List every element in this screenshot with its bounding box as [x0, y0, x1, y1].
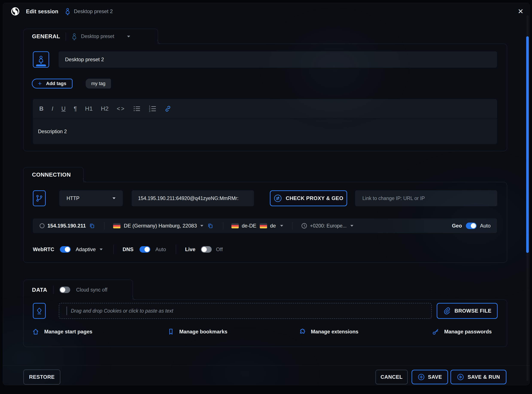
underline-button[interactable]: U [61, 105, 66, 112]
chevron-down-icon[interactable] [100, 249, 103, 250]
cloud-sync-toggle[interactable] [60, 287, 70, 293]
locale-value: de-DE [242, 223, 256, 229]
save-label: SAVE [428, 374, 442, 380]
dns-toggle[interactable] [139, 246, 150, 253]
geo-location-value: DE (Germany) Hamburg, 22083 [124, 223, 197, 229]
geo-toggle[interactable] [466, 223, 477, 229]
geo-label: Geo [452, 223, 462, 229]
connection-tab-label: CONNECTION [32, 171, 71, 178]
toggle-knob [65, 247, 70, 252]
preset-type-dropdown[interactable]: Desktop preset [72, 33, 130, 40]
modal-header: Edit session Desktop preset 2 [11, 5, 113, 18]
browse-file-label: BROWSE FILE [455, 308, 491, 314]
description-text: Description 2 [38, 129, 67, 135]
paragraph-button[interactable]: ¶ [74, 105, 77, 112]
ip-ring-icon [39, 223, 45, 228]
chevron-down-icon [127, 36, 130, 37]
clock-icon [301, 223, 307, 229]
italic-button[interactable]: I [52, 105, 53, 112]
heading1-button[interactable]: H1 [85, 105, 93, 112]
description-area[interactable]: Description 2 [33, 119, 497, 144]
proxy-nodes-icon-button[interactable] [33, 190, 46, 206]
live-toggle[interactable] [201, 246, 212, 253]
plus-icon: + [38, 80, 42, 87]
avatar-button[interactable] [33, 51, 49, 68]
cookies-dropzone[interactable]: Drag and drop Cookies or click to paste … [59, 303, 432, 319]
heading2-button[interactable]: H2 [101, 105, 109, 112]
manage-link-label: Manage start pages [44, 329, 92, 335]
text-cursor-bar [66, 306, 67, 315]
live-mode-value: Off [216, 246, 223, 252]
tab-data[interactable]: DATA Cloud sync off [23, 280, 133, 300]
restore-button[interactable]: RESTORE [23, 369, 60, 384]
tab-general[interactable]: GENERAL Desktop preset [23, 29, 158, 44]
code-button[interactable]: <> [117, 105, 125, 112]
save-run-label: SAVE & RUN [468, 374, 500, 380]
divider [176, 245, 176, 254]
chevron-down-icon[interactable] [200, 225, 203, 227]
session-name: Desktop preset 2 [74, 8, 113, 14]
add-tags-label: Add tags [46, 81, 66, 86]
divider [104, 222, 105, 229]
add-tags-button[interactable]: + Add tags [32, 79, 72, 88]
scrollbar-thumb[interactable] [526, 36, 529, 253]
copy-icon[interactable] [89, 223, 95, 229]
proxy-nodes-icon [36, 194, 43, 202]
manage-link-label: Manage passwords [444, 329, 492, 335]
link-icon[interactable] [165, 105, 171, 112]
save-button[interactable]: SAVE [412, 370, 448, 384]
tab-connection[interactable]: CONNECTION [23, 167, 83, 182]
germany-flag-icon [113, 223, 120, 228]
avatar-base-bar [36, 64, 46, 66]
bullet-list-icon[interactable] [133, 105, 141, 112]
webrtc-mode-value: Adaptive [76, 246, 96, 252]
numbered-list-icon[interactable]: 1 2 3 [149, 105, 157, 112]
protocol-select[interactable]: HTTP [59, 190, 123, 206]
protocol-value: HTTP [66, 196, 79, 201]
divider [292, 222, 292, 229]
manage-extensions-link[interactable]: Manage extensions [298, 328, 358, 336]
check-proxy-label: CHECK PROXY & GEO [286, 195, 343, 201]
manage-start-pages-link[interactable]: Manage start pages [32, 328, 92, 336]
save-and-run-button[interactable]: SAVE & RUN [450, 370, 506, 384]
manage-bookmarks-link[interactable]: Manage bookmarks [167, 328, 227, 336]
play-circle-icon [457, 373, 464, 381]
chevron-down-icon[interactable] [280, 225, 283, 227]
change-ip-link-input[interactable] [355, 190, 497, 206]
webrtc-toggle[interactable] [60, 246, 71, 253]
dns-label: DNS [123, 246, 133, 252]
clear-cookies-icon-button[interactable] [33, 303, 46, 319]
modal-title: Edit session [26, 8, 58, 15]
chevron-down-icon[interactable] [350, 225, 353, 227]
cancel-label: CANCEL [381, 374, 403, 380]
editor-toolbar: B I U ¶ H1 H2 <> 1 2 [33, 99, 497, 119]
paperclip-icon [443, 307, 451, 315]
avatar-person-icon [38, 55, 44, 64]
browse-file-button[interactable]: BROWSE FILE [437, 303, 498, 319]
cancel-button[interactable]: CANCEL [375, 370, 408, 384]
footer-divider [3, 365, 529, 366]
svg-text:3: 3 [149, 110, 150, 112]
proxy-input[interactable] [132, 190, 254, 206]
manage-link-label: Manage extensions [311, 329, 358, 335]
manage-passwords-link[interactable]: Manage passwords [432, 328, 492, 336]
tab-divider [66, 32, 66, 41]
preset-type-label: Desktop preset [81, 34, 114, 39]
session-breadcrumb: Desktop preset 2 [65, 8, 113, 15]
copy-icon[interactable] [207, 223, 213, 229]
cookies-placeholder: Drag and drop Cookies or click to paste … [71, 308, 173, 314]
session-name-input[interactable] [59, 51, 497, 68]
language-value: de [270, 223, 276, 229]
close-button[interactable]: ✕ [515, 6, 526, 17]
eraser-icon [36, 307, 43, 315]
bold-button[interactable]: B [39, 105, 44, 112]
tag-chip[interactable]: my tag [86, 79, 111, 88]
plus-circle-icon [418, 373, 425, 381]
webrtc-label: WebRTC [33, 246, 54, 252]
check-proxy-geo-button[interactable]: CHECK PROXY & GEO [270, 190, 347, 206]
data-tab-label: DATA [32, 287, 47, 293]
external-ip-value: 154.195.190.211 [47, 223, 86, 229]
geo-mode-value: Auto [480, 223, 491, 229]
germany-flag-icon [260, 223, 267, 228]
toggle-knob [60, 287, 65, 292]
